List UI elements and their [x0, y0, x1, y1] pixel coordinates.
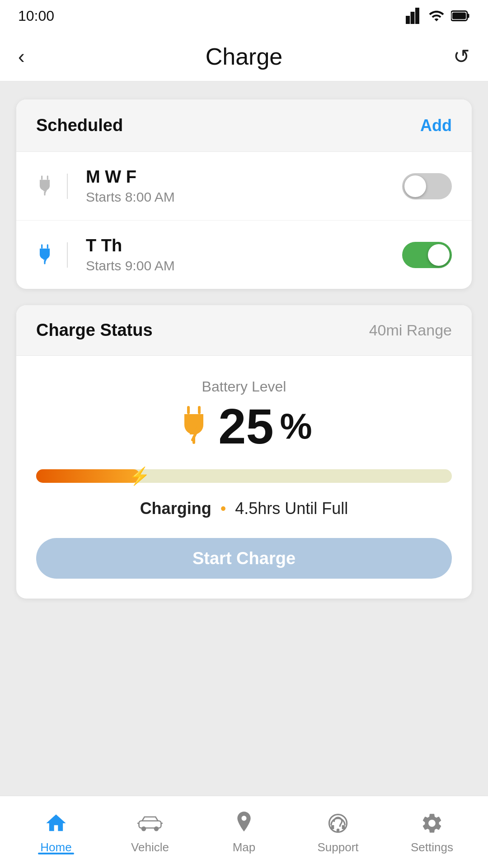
schedule-tth-time: Starts 9:00 AM	[86, 258, 389, 274]
svg-rect-13	[198, 406, 201, 414]
nav-label-map: Map	[233, 840, 256, 854]
support-icon	[324, 810, 352, 837]
nav-label-settings: Settings	[411, 840, 453, 854]
svg-marker-0	[406, 16, 410, 24]
charge-progress-fill: ⚡	[36, 469, 140, 483]
svg-rect-10	[47, 244, 48, 249]
vehicle-icon	[136, 810, 164, 837]
nav-active-bar	[38, 853, 74, 854]
nav-item-map[interactable]: Map	[197, 810, 291, 854]
schedule-mwf-days: M W F	[86, 167, 389, 187]
status-time: 10:00	[18, 8, 54, 24]
map-icon	[230, 810, 258, 837]
nav-item-vehicle[interactable]: Vehicle	[103, 810, 197, 854]
start-charge-button[interactable]: Start Charge	[36, 538, 452, 579]
header: ‹ Charge ↺	[0, 32, 488, 81]
svg-marker-1	[411, 12, 415, 24]
main-content: Scheduled Add M W F Starts 8:00 AM	[0, 81, 488, 796]
scheduled-header: Scheduled Add	[16, 99, 472, 152]
charge-status-header: Charge Status 40mi Range	[16, 305, 472, 356]
svg-rect-4	[467, 14, 469, 18]
charge-status-title: Charge Status	[36, 321, 153, 340]
nav-label-support: Support	[317, 840, 358, 854]
nav-item-settings[interactable]: Settings	[385, 810, 479, 854]
add-schedule-button[interactable]: Add	[420, 116, 452, 135]
home-icon	[42, 810, 70, 837]
svg-point-16	[141, 826, 146, 831]
status-bar: 10:00	[0, 0, 488, 32]
nav-item-home[interactable]: Home	[9, 810, 103, 854]
plug-icon-blue	[36, 242, 53, 268]
schedule-tth-toggle[interactable]	[402, 242, 452, 268]
status-icons	[406, 8, 470, 24]
charging-label: Charging	[140, 499, 211, 518]
schedule-item-tth: T Th Starts 9:00 AM	[16, 221, 472, 289]
plug-icon-gray	[36, 174, 53, 199]
svg-rect-6	[41, 175, 42, 180]
schedule-tth-days: T Th	[86, 236, 389, 255]
schedule-tth-info: T Th Starts 9:00 AM	[86, 236, 389, 274]
svg-rect-7	[47, 175, 48, 180]
toggle-mwf-thumb	[404, 175, 426, 197]
scheduled-title: Scheduled	[36, 116, 123, 135]
schedule-mwf-info: M W F Starts 8:00 AM	[86, 167, 389, 205]
charge-progress-bar: ⚡	[36, 469, 452, 483]
scheduled-card: Scheduled Add M W F Starts 8:00 AM	[16, 99, 472, 289]
battery-percent-row: 25 %	[36, 401, 452, 451]
bottom-nav: Home Vehicle Map	[0, 796, 488, 868]
schedule-item-mwf: M W F Starts 8:00 AM	[16, 152, 472, 221]
back-button[interactable]: ‹	[18, 45, 45, 68]
settings-icon	[418, 810, 446, 837]
svg-point-21	[337, 829, 338, 830]
charging-separator: •	[221, 499, 226, 518]
svg-rect-9	[41, 244, 42, 249]
plug-icon-blue-container	[36, 242, 68, 268]
signal-icon	[406, 8, 422, 24]
nav-label-vehicle: Vehicle	[131, 840, 169, 854]
wifi-icon	[428, 8, 445, 24]
toggle-tth-thumb	[428, 244, 450, 266]
charge-status-card: Charge Status 40mi Range Battery Level 2…	[16, 305, 472, 599]
svg-rect-5	[452, 13, 466, 19]
svg-rect-12	[187, 406, 190, 414]
until-full-text: 4.5hrs Until Full	[235, 499, 348, 518]
svg-marker-2	[415, 8, 419, 24]
charging-plug-icon	[176, 406, 212, 447]
schedule-mwf-toggle[interactable]	[402, 173, 452, 199]
svg-point-17	[154, 826, 159, 831]
page-title: Charge	[206, 43, 283, 70]
battery-icon	[451, 8, 470, 24]
battery-percent-value: 25	[218, 401, 273, 451]
nav-item-support[interactable]: Support	[291, 810, 385, 854]
battery-label: Battery Level	[36, 378, 452, 395]
battery-percent-symbol: %	[280, 406, 312, 447]
schedule-mwf-time: Starts 8:00 AM	[86, 189, 389, 205]
plug-icon-gray-container	[36, 174, 68, 199]
charging-status-text: Charging • 4.5hrs Until Full	[36, 499, 452, 518]
refresh-button[interactable]: ↺	[443, 45, 470, 68]
charge-range: 40mi Range	[369, 321, 452, 339]
charge-status-body: Battery Level 25 % ⚡	[16, 356, 472, 599]
lightning-icon: ⚡	[129, 466, 150, 486]
